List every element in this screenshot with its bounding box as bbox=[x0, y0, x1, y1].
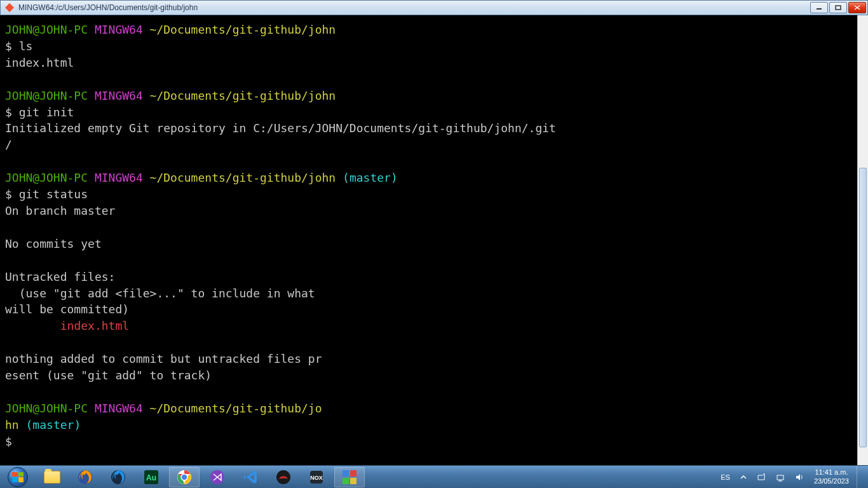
taskbar-item-nox[interactable]: NOX bbox=[301, 467, 332, 487]
clock-date: 23/05/2023 bbox=[814, 477, 849, 485]
terminal-area[interactable]: JOHN@JOHN-PC MINGW64 ~/Documents/git-git… bbox=[0, 15, 868, 465]
window-title: MINGW64:/c/Users/JOHN/Documents/git-gith… bbox=[18, 3, 809, 12]
nox-icon: NOX bbox=[308, 469, 325, 485]
prompt-branch: (master) bbox=[342, 171, 398, 184]
start-orb-icon bbox=[8, 467, 28, 487]
taskbar-item-firefox-dev[interactable] bbox=[103, 467, 133, 487]
prompt-user: JOHN@JOHN-PC bbox=[5, 402, 88, 415]
volume-icon[interactable] bbox=[792, 467, 806, 487]
output-line: esent (use "git add" to track) bbox=[5, 367, 863, 384]
prompt-branch: (master) bbox=[26, 418, 81, 431]
system-tray: ES 11:41 a.m. 23/05/2023 bbox=[718, 466, 868, 489]
close-button[interactable] bbox=[848, 2, 866, 13]
svg-rect-0 bbox=[5, 3, 14, 12]
command-line: $ git init bbox=[5, 104, 863, 121]
vertical-scrollbar[interactable] bbox=[857, 15, 868, 465]
output-line: (use "git add <file>..." to include in w… bbox=[5, 285, 863, 302]
output-line: / bbox=[5, 137, 863, 153]
taskbar-item-chrome[interactable] bbox=[169, 467, 200, 487]
show-desktop-button[interactable] bbox=[857, 466, 864, 489]
prompt-env: MINGW64 bbox=[95, 171, 143, 184]
svg-rect-18 bbox=[342, 478, 349, 484]
prompt-env: MINGW64 bbox=[95, 23, 143, 36]
taskbar-item-git-bash[interactable] bbox=[334, 467, 365, 487]
maximize-button[interactable] bbox=[829, 2, 847, 13]
command-line: $ bbox=[5, 433, 863, 450]
output-line: On branch master bbox=[5, 203, 863, 219]
taskbar: Au bbox=[0, 465, 868, 488]
output-line: will be committed) bbox=[5, 301, 863, 318]
taskbar-item-explorer[interactable] bbox=[37, 467, 67, 487]
window-controls bbox=[809, 2, 866, 13]
git-bash-icon bbox=[4, 3, 15, 13]
network-icon[interactable] bbox=[773, 467, 787, 487]
scrollbar-thumb[interactable] bbox=[859, 168, 867, 447]
taskbar-item-audition[interactable]: Au bbox=[136, 467, 166, 487]
svg-rect-17 bbox=[350, 470, 356, 477]
prompt-path: ~/Documents/git-github/john bbox=[150, 171, 336, 184]
command-line: $ git status bbox=[5, 186, 863, 203]
tray-chevron-icon[interactable] bbox=[738, 467, 749, 487]
git-icon bbox=[341, 469, 358, 485]
language-indicator[interactable]: ES bbox=[718, 467, 733, 487]
folder-icon bbox=[44, 469, 60, 485]
output-untracked-file: index.html bbox=[5, 318, 863, 334]
output-line: nothing added to commit but untracked fi… bbox=[5, 351, 863, 367]
prompt-path: ~/Documents/git-github/john bbox=[150, 23, 336, 36]
output-line: index.html bbox=[5, 55, 863, 71]
svg-text:Au: Au bbox=[146, 473, 156, 482]
output-line: Untracked files: bbox=[5, 269, 863, 285]
chrome-icon bbox=[176, 469, 193, 485]
minimize-button[interactable] bbox=[810, 2, 828, 13]
svg-rect-20 bbox=[777, 475, 783, 480]
taskbar-item-vscode[interactable] bbox=[235, 467, 266, 487]
command-line: $ ls bbox=[5, 38, 863, 55]
prompt-user: JOHN@JOHN-PC bbox=[5, 89, 88, 102]
taskbar-item-visualstudio[interactable] bbox=[202, 467, 233, 487]
start-button[interactable] bbox=[0, 466, 36, 489]
window-titlebar: MINGW64:/c/Users/JOHN/Documents/git-gith… bbox=[0, 0, 868, 15]
taskbar-item-msi[interactable] bbox=[268, 467, 299, 487]
action-center-icon[interactable] bbox=[754, 467, 768, 487]
visualstudio-icon bbox=[209, 469, 226, 485]
clock-time: 11:41 a.m. bbox=[814, 468, 849, 477]
prompt-user: JOHN@JOHN-PC bbox=[5, 171, 88, 184]
msi-icon bbox=[275, 469, 292, 485]
output-line: No commits yet bbox=[5, 236, 863, 252]
prompt-path: ~/Documents/git-github/john bbox=[150, 89, 336, 102]
output-line: Initialized empty Git repository in C:/U… bbox=[5, 120, 863, 137]
svg-rect-2 bbox=[836, 6, 841, 10]
audition-icon: Au bbox=[143, 469, 159, 485]
prompt-user: JOHN@JOHN-PC bbox=[5, 23, 88, 36]
svg-rect-19 bbox=[350, 478, 356, 484]
taskbar-item-firefox[interactable] bbox=[70, 467, 100, 487]
prompt-env: MINGW64 bbox=[95, 89, 143, 102]
prompt-env: MINGW64 bbox=[95, 402, 143, 415]
vscode-icon bbox=[242, 469, 259, 485]
taskbar-clock[interactable]: 11:41 a.m. 23/05/2023 bbox=[811, 468, 851, 485]
firefox-dev-icon bbox=[110, 469, 126, 485]
prompt-path-wrap: hn bbox=[5, 418, 19, 431]
svg-text:NOX: NOX bbox=[310, 475, 323, 481]
svg-rect-16 bbox=[342, 470, 349, 477]
prompt-path: ~/Documents/git-github/jo bbox=[150, 402, 322, 415]
firefox-icon bbox=[77, 469, 93, 485]
